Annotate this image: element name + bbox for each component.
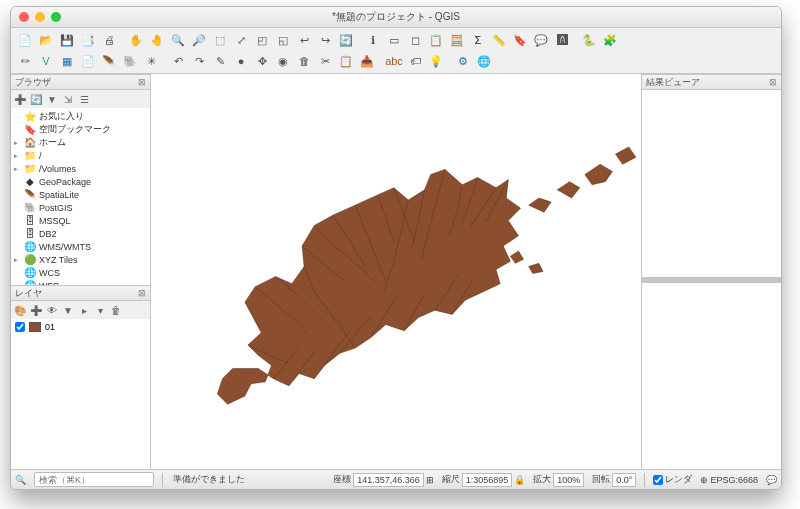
add-spatialite-icon[interactable]: 🪶 (99, 51, 119, 71)
results-body[interactable] (642, 90, 781, 277)
add-postgis-icon[interactable]: 🐘 (120, 51, 140, 71)
tips-icon[interactable]: 💡 (426, 51, 446, 71)
style-icon[interactable]: 🎨 (13, 303, 27, 317)
edit-icon[interactable]: ✏ (15, 51, 35, 71)
processing-icon[interactable]: ⚙ (453, 51, 473, 71)
select-icon[interactable]: ▭ (384, 30, 404, 50)
crs-icon[interactable]: ⊕ (700, 475, 708, 485)
close-icon[interactable]: ⊠ (769, 77, 777, 87)
redo-icon[interactable]: ↷ (189, 51, 209, 71)
layer-visibility-checkbox[interactable] (15, 322, 25, 332)
node-tool-icon[interactable]: ◉ (273, 51, 293, 71)
results-panel-header[interactable]: 結果ビューア ⊠ (642, 74, 781, 90)
zoom-full-icon[interactable]: ⤢ (231, 30, 251, 50)
measure-icon[interactable]: 📏 (489, 30, 509, 50)
statistics-icon[interactable]: Σ (468, 30, 488, 50)
refresh-icon[interactable]: 🔄 (336, 30, 356, 50)
zoom-in-icon[interactable]: 🔍 (168, 30, 188, 50)
cut-icon[interactable]: ✂ (315, 51, 335, 71)
zoom-layer-icon[interactable]: ◱ (273, 30, 293, 50)
open-icon[interactable]: 📂 (36, 30, 56, 50)
label-settings-icon[interactable]: 🏷 (405, 51, 425, 71)
field-calc-icon[interactable]: 🧮 (447, 30, 467, 50)
remove-icon[interactable]: 🗑 (109, 303, 123, 317)
new-project-icon[interactable]: 📄 (15, 30, 35, 50)
coord-value[interactable]: 141.357,46.366 (353, 473, 424, 487)
undo-icon[interactable]: ↶ (168, 51, 188, 71)
magnifier-value[interactable]: 100% (553, 473, 584, 487)
browser-tree[interactable]: ⭐お気に入り🔖空間ブックマーク▸🏠ホーム▸📁/▸📁/Volumes◆GeoPac… (11, 108, 150, 285)
browser-item[interactable]: 🗄DB2 (11, 227, 150, 240)
python-icon[interactable]: 🐍 (579, 30, 599, 50)
expand-toggle[interactable]: ▸ (14, 256, 21, 264)
zoom-next-icon[interactable]: ↪ (315, 30, 335, 50)
map-canvas[interactable] (151, 74, 641, 469)
layer-item[interactable]: 01 (13, 321, 148, 333)
delete-icon[interactable]: 🗑 (294, 51, 314, 71)
visibility-icon[interactable]: 👁 (45, 303, 59, 317)
add-feature-icon[interactable]: ● (231, 51, 251, 71)
copy-icon[interactable]: 📋 (336, 51, 356, 71)
lock-icon[interactable]: 🔒 (514, 475, 525, 485)
attributes-icon[interactable]: 📋 (426, 30, 446, 50)
paste-icon[interactable]: 📥 (357, 51, 377, 71)
browser-item[interactable]: ▸🟢XYZ Tiles (11, 253, 150, 266)
browser-item[interactable]: 🐘PostGIS (11, 201, 150, 214)
scale-value[interactable]: 1:3056895 (462, 473, 513, 487)
add-delimited-icon[interactable]: 📄 (78, 51, 98, 71)
label-icon[interactable]: abc (384, 51, 404, 71)
browser-item[interactable]: 🔖空間ブックマーク (11, 123, 150, 136)
add-group-icon[interactable]: ➕ (29, 303, 43, 317)
zoom-out-icon[interactable]: 🔎 (189, 30, 209, 50)
locator-search-input[interactable] (34, 472, 154, 487)
close-icon[interactable]: ⊠ (138, 77, 146, 87)
filter-layers-icon[interactable]: ▼ (61, 303, 75, 317)
close-icon[interactable]: ⊠ (138, 288, 146, 298)
digitize-icon[interactable]: ✎ (210, 51, 230, 71)
browser-item[interactable]: ▸📁/Volumes (11, 162, 150, 175)
zoom-native-icon[interactable]: ⬚ (210, 30, 230, 50)
expand-toggle[interactable]: ▸ (14, 165, 21, 173)
plugin-icon[interactable]: 🧩 (600, 30, 620, 50)
extents-icon[interactable]: ⊞ (426, 475, 434, 485)
messages-icon[interactable]: 💬 (766, 475, 777, 485)
pan-selection-icon[interactable]: 🤚 (147, 30, 167, 50)
collapse-icon[interactable]: ⇲ (61, 92, 75, 106)
browser-item[interactable]: 🌐WMS/WMTS (11, 240, 150, 253)
web-icon[interactable]: 🌐 (474, 51, 494, 71)
map-tips-icon[interactable]: 💬 (531, 30, 551, 50)
expand-toggle[interactable]: ▸ (14, 152, 21, 160)
browser-item[interactable]: ▸🏠ホーム (11, 136, 150, 149)
browser-panel-header[interactable]: ブラウザ ⊠ (11, 74, 150, 90)
browser-item[interactable]: ⭐お気に入り (11, 110, 150, 123)
collapse-layers-icon[interactable]: ▾ (93, 303, 107, 317)
browser-item[interactable]: 🌐WCS (11, 266, 150, 279)
expand-icon[interactable]: ▸ (77, 303, 91, 317)
properties-icon[interactable]: ☰ (77, 92, 91, 106)
text-annotation-icon[interactable]: 🅰 (552, 30, 572, 50)
move-feature-icon[interactable]: ✥ (252, 51, 272, 71)
filter-icon[interactable]: ▼ (45, 92, 59, 106)
results-lower[interactable] (642, 283, 781, 470)
rotation-value[interactable]: 0.0° (612, 473, 636, 487)
browser-item[interactable]: 🪶SpatiaLite (11, 188, 150, 201)
zoom-last-icon[interactable]: ↩ (294, 30, 314, 50)
refresh-icon[interactable]: 🔄 (29, 92, 43, 106)
pan-icon[interactable]: ✋ (126, 30, 146, 50)
zoom-selection-icon[interactable]: ◰ (252, 30, 272, 50)
new-layer-icon[interactable]: ✳ (141, 51, 161, 71)
save-as-icon[interactable]: 📑 (78, 30, 98, 50)
layer-list[interactable]: 01 (11, 319, 150, 469)
browser-item[interactable]: ◆GeoPackage (11, 175, 150, 188)
browser-item[interactable]: ▸📁/ (11, 149, 150, 162)
print-icon[interactable]: 🖨 (99, 30, 119, 50)
render-checkbox[interactable] (653, 475, 663, 485)
expand-toggle[interactable]: ▸ (14, 139, 21, 147)
crs-value[interactable]: EPSG:6668 (710, 475, 758, 485)
add-vector-icon[interactable]: V (36, 51, 56, 71)
save-icon[interactable]: 💾 (57, 30, 77, 50)
deselect-icon[interactable]: ◻ (405, 30, 425, 50)
add-layer-icon[interactable]: ➕ (13, 92, 27, 106)
add-raster-icon[interactable]: ▦ (57, 51, 77, 71)
identify-icon[interactable]: ℹ (363, 30, 383, 50)
